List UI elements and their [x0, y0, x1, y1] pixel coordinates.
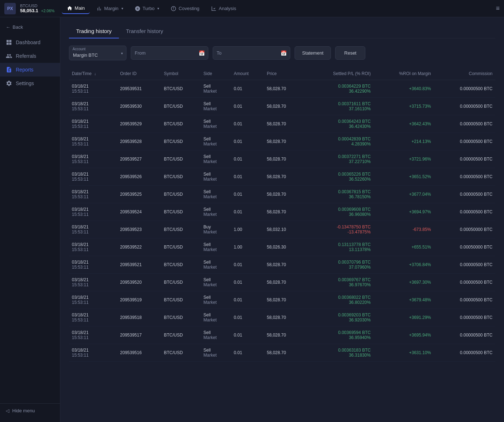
- cell-commission: 0.00000500 BTC: [434, 80, 495, 98]
- cell-symbol: BTC/USD: [161, 150, 200, 168]
- statement-button[interactable]: Statement: [295, 46, 331, 60]
- cell-roi: +3697.30%: [374, 274, 434, 291]
- cell-side: SellMarket: [200, 80, 231, 98]
- cell-roi: -673.85%: [374, 221, 434, 238]
- sidebar-dashboard-label: Dashboard: [16, 40, 41, 45]
- cell-commission: 0.00000500 BTC: [434, 203, 495, 221]
- cell-symbol: BTC/USD: [161, 274, 200, 291]
- cell-amount: 0.01: [231, 291, 264, 309]
- account-label: Account: [73, 47, 85, 51]
- table-row: 03/18/2115:53:11 209539521 BTC/USD SellM…: [69, 256, 495, 274]
- col-side-label: Side: [203, 71, 212, 76]
- col-orderid-label: Order ID: [120, 71, 137, 76]
- cell-datetime: 03/18/2115:53:11: [69, 274, 117, 291]
- cell-roi: +3642.43%: [374, 115, 434, 133]
- cell-side: SellMarket: [200, 309, 231, 326]
- covesting-icon: [171, 6, 176, 11]
- sort-icon: ↓: [94, 71, 96, 76]
- hamburger-menu[interactable]: ≡: [496, 5, 500, 12]
- sidebar-item-referrals[interactable]: Referrals: [0, 49, 60, 63]
- nav-margin[interactable]: Margin ▾: [91, 4, 128, 14]
- cell-orderid: 209539528: [117, 133, 161, 150]
- cell-side: SellMarket: [200, 150, 231, 168]
- col-orderid: Order ID: [117, 68, 161, 80]
- table-row: 03/18/2115:53:11 209539526 BTC/USD SellM…: [69, 168, 495, 186]
- cell-amount: 0.01: [231, 98, 264, 115]
- cell-roi: +3651.52%: [374, 168, 434, 186]
- cell-symbol: BTC/USD: [161, 203, 200, 221]
- cell-roi: +3706.84%: [374, 256, 434, 274]
- cell-orderid: 209539522: [117, 238, 161, 256]
- bar-chart-icon: [96, 6, 102, 11]
- cell-price: 58,028.70: [264, 203, 304, 221]
- cell-symbol: BTC/USD: [161, 98, 200, 115]
- table-row: 03/18/2115:53:11 209539519 BTC/USD SellM…: [69, 291, 495, 309]
- table-row: 03/18/2115:53:11 209539531 BTC/USD SellM…: [69, 80, 495, 98]
- cell-datetime: 03/18/2115:53:11: [69, 203, 117, 221]
- from-date-input[interactable]: [131, 46, 208, 60]
- cell-price: 58,028.70: [264, 256, 304, 274]
- col-datetime-label: Date/Time: [72, 71, 92, 76]
- table-row: 03/18/2115:53:11 209539516 BTC/USD SellM…: [69, 344, 495, 362]
- nav-analysis[interactable]: Analysis: [206, 4, 241, 14]
- cell-commission: 0.00000500 BTC: [434, 168, 495, 186]
- cell-symbol: BTC/USD: [161, 326, 200, 344]
- sidebar: ← Back Dashboard Referrals Reports: [0, 17, 60, 422]
- table-header: Date/Time ↓ Order ID Symbol Side Amount: [69, 68, 495, 80]
- sidebar-item-reports[interactable]: Reports: [0, 63, 60, 76]
- cell-symbol: BTC/USD: [161, 133, 200, 150]
- cell-amount: 0.01: [231, 326, 264, 344]
- col-commission: Commission: [434, 68, 495, 80]
- table-body: 03/18/2115:53:11 209539531 BTC/USD SellM…: [69, 80, 495, 362]
- cell-side: SellMarket: [200, 133, 231, 150]
- from-date-filter: 📅: [131, 46, 208, 60]
- nav-covesting[interactable]: Covesting: [166, 4, 204, 14]
- cell-symbol: BTC/USD: [161, 221, 200, 238]
- cell-roi: +3694.97%: [374, 203, 434, 221]
- tab-transfer-history[interactable]: Transfer history: [119, 24, 171, 38]
- to-date-filter: 📅: [213, 46, 290, 60]
- cell-roi: +3721.96%: [374, 150, 434, 168]
- back-arrow-icon: ←: [6, 24, 10, 30]
- cell-side: BuyMarket: [200, 221, 231, 238]
- cell-pnl: 0.00368022 BTC 36.80220%: [304, 291, 374, 309]
- col-price: Price: [264, 68, 304, 80]
- cell-datetime: 03/18/2115:53:11: [69, 256, 117, 274]
- col-datetime[interactable]: Date/Time ↓: [69, 68, 117, 80]
- sidebar-item-dashboard[interactable]: Dashboard: [0, 36, 60, 49]
- cell-side: SellMarket: [200, 344, 231, 362]
- cell-amount: 0.01: [231, 168, 264, 186]
- cell-amount: 0.01: [231, 344, 264, 362]
- hide-menu-button[interactable]: ◁ Hide menu: [6, 408, 54, 413]
- sidebar-referrals-label: Referrals: [16, 53, 36, 59]
- col-amount: Amount: [231, 68, 264, 80]
- cell-price: 58,028.70: [264, 309, 304, 326]
- sidebar-item-settings[interactable]: Settings: [0, 76, 60, 90]
- back-button[interactable]: ← Back: [0, 22, 60, 33]
- settings-icon: [6, 80, 12, 87]
- cell-amount: 0.01: [231, 256, 264, 274]
- cell-price: 58,028.70: [264, 115, 304, 133]
- nav-analysis-label: Analysis: [219, 6, 236, 11]
- cell-roi: +3631.10%: [374, 344, 434, 362]
- tab-trading-history[interactable]: Trading history: [69, 24, 119, 38]
- home-icon: [67, 5, 73, 11]
- account-filter: Account Margin BTC ▾: [69, 46, 126, 60]
- cell-commission: 0.00000500 BTC: [434, 326, 495, 344]
- cell-orderid: 209539530: [117, 98, 161, 115]
- topbar: PX BTC/USD 58,053.1 +2.06% Main Margin ▾…: [0, 0, 504, 17]
- cell-side: SellMarket: [200, 291, 231, 309]
- nav-main[interactable]: Main: [62, 3, 90, 14]
- to-date-input[interactable]: [213, 46, 290, 60]
- cell-price: 58,032.10: [264, 221, 304, 238]
- nav-turbo[interactable]: Turbo ▾: [130, 4, 164, 14]
- col-commission-label: Commission: [469, 71, 493, 76]
- cell-commission: 0.00000500 BTC: [434, 256, 495, 274]
- reset-button[interactable]: Reset: [335, 46, 365, 60]
- nav-covesting-label: Covesting: [179, 6, 199, 11]
- tab-trading-history-label: Trading history: [76, 28, 112, 34]
- cell-side: SellMarket: [200, 238, 231, 256]
- cell-orderid: 209539518: [117, 309, 161, 326]
- cell-roi: +3679.48%: [374, 291, 434, 309]
- current-price: 58,053.1: [20, 8, 38, 13]
